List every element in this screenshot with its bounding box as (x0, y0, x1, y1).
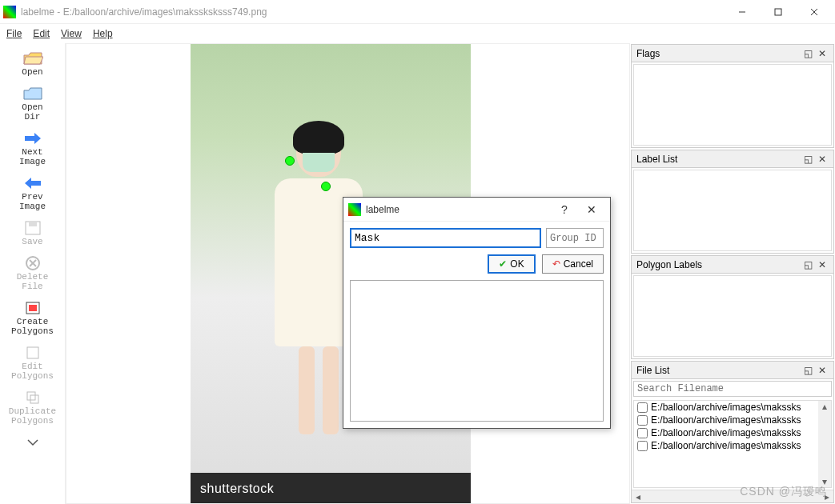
save-label: Save (22, 237, 42, 246)
prev-image-button[interactable]: Prev Image (4, 171, 62, 214)
dialog-titlebar: labelme ? ✕ (343, 198, 610, 222)
arrow-right-icon (22, 130, 44, 147)
delete-file-button[interactable]: Delete File (4, 251, 62, 294)
undock-icon[interactable]: ◱ (801, 258, 814, 271)
label-name-input[interactable] (350, 228, 541, 248)
file-list-panel: File List ◱ ✕ E:/balloon/archive/images\… (631, 361, 834, 503)
undock-icon[interactable]: ◱ (801, 47, 814, 60)
app-icon (3, 6, 16, 18)
dialog-title: labelme (366, 204, 551, 215)
delete-icon (22, 254, 44, 272)
open-button[interactable]: Open (4, 46, 62, 80)
save-button[interactable]: Save (4, 216, 62, 250)
chevron-down-icon (22, 434, 44, 451)
file-checkbox[interactable] (637, 441, 648, 451)
label-list-panel: Label List ◱ ✕ (631, 150, 834, 254)
window-controls (724, 1, 832, 23)
svg-rect-1 (775, 9, 781, 15)
file-item[interactable]: E:/balloon/archive/images\makssks (634, 401, 831, 414)
cancel-label: Cancel (564, 258, 593, 270)
open-dir-button[interactable]: Open Dir (4, 82, 62, 125)
file-list-title: File List (636, 365, 669, 376)
svg-rect-11 (27, 347, 38, 358)
file-list-body[interactable]: E:/balloon/archive/images\makssks E:/bal… (633, 400, 832, 488)
close-icon[interactable]: ✕ (816, 364, 829, 377)
file-checkbox[interactable] (637, 428, 648, 438)
file-item[interactable]: E:/balloon/archive/images\makssks (634, 439, 831, 452)
menu-edit[interactable]: Edit (33, 28, 50, 39)
scroll-up-icon[interactable]: ▴ (818, 401, 831, 412)
file-search-input[interactable] (633, 381, 832, 397)
dialog-label-list[interactable] (350, 280, 604, 422)
label-dialog: labelme ? ✕ ✔ OK ↶ Cancel (343, 197, 611, 429)
file-checkbox[interactable] (637, 415, 648, 426)
next-image-button[interactable]: Next Image (4, 126, 62, 170)
ok-button[interactable]: ✔ OK (488, 254, 535, 274)
polygon-labels-title: Polygon Labels (636, 259, 702, 270)
open-label: Open (22, 67, 42, 77)
toolbar-overflow[interactable] (4, 430, 62, 454)
maximize-button[interactable] (760, 1, 796, 23)
file-item[interactable]: E:/balloon/archive/images\makssks (634, 426, 831, 439)
close-icon[interactable]: ✕ (816, 47, 829, 60)
titlebar: labelme - E:/balloon/archive/images\maks… (0, 0, 835, 24)
close-icon[interactable]: ✕ (816, 258, 829, 271)
undo-icon: ↶ (552, 258, 560, 270)
window-title: labelme - E:/balloon/archive/images\maks… (21, 6, 724, 18)
create-polygons-label: Create Polygons (11, 317, 54, 336)
svg-rect-5 (29, 222, 37, 226)
file-path: E:/balloon/archive/images\makssks (651, 440, 801, 451)
undock-icon[interactable]: ◱ (801, 153, 814, 166)
delete-file-label: Delete File (17, 272, 49, 291)
flags-body[interactable] (633, 64, 832, 146)
duplicate-polygons-button[interactable]: Duplicate Polygons (4, 386, 62, 429)
scroll-left-icon[interactable]: ◂ (632, 490, 644, 502)
flags-panel: Flags ◱ ✕ (631, 44, 834, 148)
image-watermark: shutterstock (191, 473, 471, 504)
file-checkbox[interactable] (637, 402, 648, 413)
app-icon (348, 203, 361, 216)
svg-rect-12 (27, 392, 35, 400)
undock-icon[interactable]: ◱ (801, 364, 814, 377)
svg-rect-13 (30, 395, 38, 403)
edit-polygons-button[interactable]: Edit Polygons (4, 341, 62, 384)
right-panels: Flags ◱ ✕ Label List ◱ ✕ Polygon Labels … (630, 43, 835, 504)
file-item[interactable]: E:/balloon/archive/images\makssks (634, 414, 831, 426)
overlay-watermark: CSDN @冯瑷鸣 (740, 485, 827, 499)
folder-open-icon (22, 50, 44, 67)
create-polygons-button[interactable]: Create Polygons (4, 296, 62, 339)
menubar: File Edit View Help (0, 24, 835, 43)
svg-rect-10 (29, 305, 37, 311)
duplicate-polygons-label: Duplicate Polygons (9, 406, 56, 426)
edit-icon (22, 344, 44, 362)
next-image-label: Next Image (19, 147, 46, 166)
save-icon (22, 219, 44, 237)
polygon-labels-body[interactable] (633, 275, 832, 357)
arrow-left-icon (22, 174, 44, 192)
toolbar: Open Open Dir Next Image Prev Image Save… (0, 43, 66, 504)
minimize-button[interactable] (724, 1, 760, 23)
close-button[interactable]: ✕ (578, 199, 605, 220)
cancel-button[interactable]: ↶ Cancel (542, 254, 604, 274)
help-button[interactable]: ? (551, 199, 578, 220)
scrollbar-vertical[interactable]: ▴ ▾ (818, 401, 831, 487)
check-icon: ✔ (499, 258, 507, 270)
folder-icon (22, 85, 44, 102)
menu-view[interactable]: View (61, 28, 82, 39)
file-path: E:/balloon/archive/images\makssks (651, 427, 801, 438)
label-list-title: Label List (636, 154, 677, 165)
file-path: E:/balloon/archive/images\makssks (651, 402, 801, 413)
label-list-body[interactable] (633, 170, 832, 251)
menu-help[interactable]: Help (93, 28, 113, 39)
group-id-input[interactable] (546, 228, 604, 248)
menu-file[interactable]: File (6, 28, 22, 39)
polygon-icon (22, 299, 44, 317)
close-icon[interactable]: ✕ (816, 153, 829, 166)
polygon-vertex[interactable] (321, 182, 331, 191)
close-button[interactable] (796, 1, 832, 23)
flags-title: Flags (636, 48, 660, 59)
ok-label: OK (510, 258, 524, 270)
edit-polygons-label: Edit Polygons (11, 362, 54, 381)
duplicate-icon (22, 389, 44, 406)
polygon-vertex[interactable] (285, 156, 295, 166)
